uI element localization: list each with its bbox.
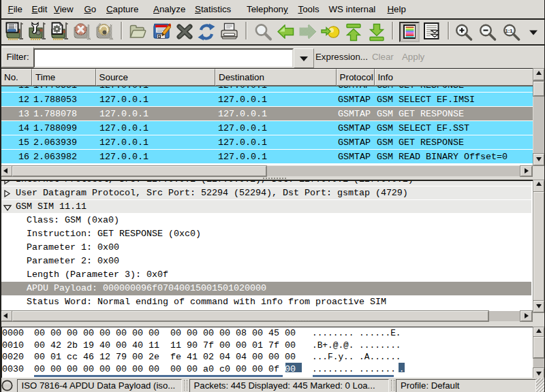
svg-text:1:1: 1:1 xyxy=(505,28,513,34)
